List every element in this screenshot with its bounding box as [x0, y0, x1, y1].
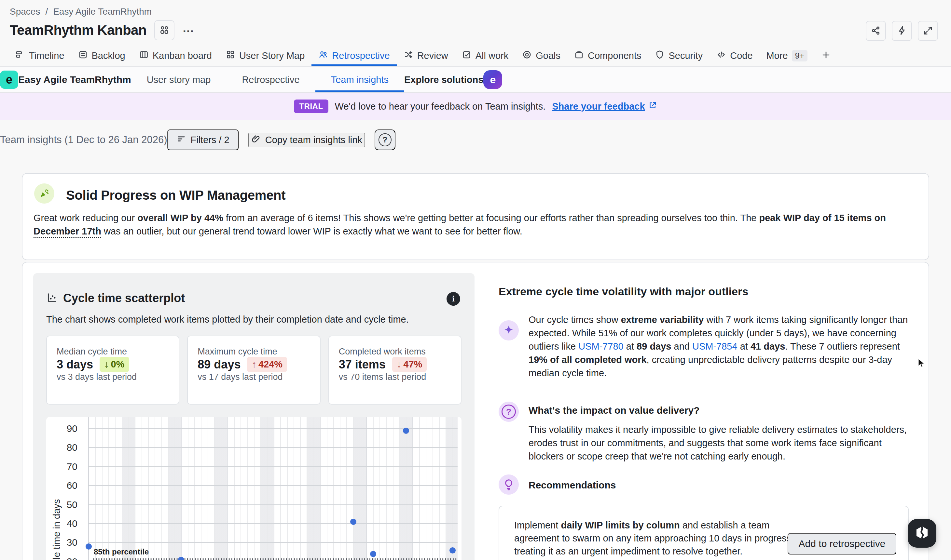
- copy-insights-link-label: Copy team insights link: [265, 135, 362, 145]
- cycle-time-insights-card: Cycle time scatterplot i The chart shows…: [22, 262, 929, 560]
- more-options-icon[interactable]: …: [182, 22, 195, 39]
- arrow-up-icon: ↑: [252, 359, 256, 370]
- breadcrumb-space-name[interactable]: Easy Agile TeamRhythm: [53, 6, 152, 17]
- tab-retrospective[interactable]: Retrospective: [312, 45, 397, 66]
- lightbulb-icon: [499, 474, 519, 495]
- gridline: [88, 466, 458, 467]
- nav-retrospective[interactable]: Retrospective: [226, 67, 315, 92]
- question-circle-icon: ?: [499, 402, 519, 422]
- gridline: [88, 523, 458, 524]
- assistant-fab[interactable]: [908, 519, 936, 548]
- metric-value: 37 items: [339, 358, 386, 371]
- fullscreen-button[interactable]: [918, 21, 938, 41]
- arrow-down-icon: ↓: [104, 359, 109, 370]
- metrics-row: Median cycle time 3 days ↓ 0% vs 3 days …: [46, 335, 462, 405]
- insights-title: Team insights (1 Dec to 26 Jan 2026): [0, 134, 167, 146]
- metric-delta: 47%: [403, 359, 422, 370]
- wip-card-paragraph: Great work reducing our overall WIP by 4…: [34, 211, 912, 238]
- scatterplot-header: Cycle time scatterplot: [46, 291, 185, 305]
- tab-label: Timeline: [29, 51, 65, 61]
- scatter-point[interactable]: [350, 519, 357, 525]
- scatterplot-panel: Cycle time scatterplot i The chart shows…: [33, 273, 474, 560]
- metric-label: Median cycle time: [57, 347, 169, 357]
- nav-user-story-map[interactable]: User story map: [131, 67, 227, 92]
- trial-badge: TRIAL: [294, 100, 328, 113]
- variability-paragraph: Our cycle times show extreme variability…: [528, 313, 909, 380]
- scatter-plot-area: 85th percentile: [88, 417, 458, 560]
- easy-agile-avatar[interactable]: e: [483, 70, 502, 89]
- automation-button[interactable]: [892, 21, 912, 41]
- explore-solutions-link[interactable]: Explore solutions: [404, 74, 483, 85]
- story-map-icon: [225, 50, 235, 62]
- metric-completed-work-items: Completed work items 37 items ↓ 47% vs 7…: [328, 335, 462, 405]
- question-icon: ?: [378, 133, 392, 146]
- scatterplot-title: Cycle time scatterplot: [63, 291, 185, 305]
- add-to-retrospective-button[interactable]: Add to retrospective: [787, 533, 896, 554]
- filters-button[interactable]: Filters / 2: [167, 129, 239, 150]
- tab-review[interactable]: Review: [397, 45, 455, 66]
- scatter-point[interactable]: [449, 547, 455, 554]
- page-header: Spaces / Easy Agile TeamRhythm TeamRhyth…: [0, 0, 951, 67]
- easy-agile-logo[interactable]: e: [0, 71, 18, 89]
- metric-delta-badge: ↓ 47%: [392, 357, 427, 372]
- insights-actions: Filters / 2 Copy team insights link ?: [167, 129, 395, 150]
- impact-heading: What's the impact on value delivery?: [528, 405, 700, 416]
- scatter-chart-icon: [46, 292, 57, 305]
- scatter-point[interactable]: [178, 557, 184, 560]
- gridline: [88, 485, 458, 486]
- insights-header: Team insights (1 Dec to 26 Jan 2026) Fil…: [0, 120, 951, 160]
- review-icon: [404, 50, 413, 62]
- add-tab-button[interactable]: [814, 45, 838, 66]
- help-button[interactable]: ?: [375, 129, 395, 150]
- app-nav: e Easy Agile TeamRhythm User story map R…: [0, 67, 951, 93]
- issue-link[interactable]: USM-7780: [578, 341, 624, 352]
- scatter-point[interactable]: [403, 428, 409, 434]
- share-feedback-link[interactable]: Share your feedback: [552, 101, 657, 112]
- issue-link[interactable]: USM-7854: [692, 341, 738, 352]
- tab-label: Kanban board: [153, 51, 212, 61]
- share-feedback-label: Share your feedback: [552, 101, 645, 112]
- tab-label: Backlog: [92, 51, 125, 61]
- filter-icon: [176, 134, 186, 146]
- gridline: [88, 505, 458, 505]
- tab-backlog[interactable]: Backlog: [71, 45, 132, 66]
- share-button[interactable]: [866, 21, 886, 41]
- scatterplot-description: The chart shows completed work items plo…: [46, 314, 409, 325]
- components-icon: [574, 50, 584, 62]
- tab-label: Goals: [536, 51, 560, 61]
- cycle-time-chart: Cycle time in days 9080706050403020 85th…: [46, 417, 462, 560]
- tab-label: User Story Map: [239, 51, 305, 61]
- tab-timeline[interactable]: Timeline: [8, 45, 71, 66]
- collaborators-button[interactable]: [154, 20, 174, 40]
- y-tick-label: 90: [67, 423, 77, 434]
- lightning-icon: [897, 25, 907, 37]
- nav-team-insights[interactable]: Team insights: [315, 67, 404, 92]
- tab-components[interactable]: Components: [567, 45, 648, 66]
- tab-kanban-board[interactable]: Kanban board: [132, 45, 219, 66]
- metric-label: Completed work items: [339, 347, 451, 357]
- gridline: [88, 428, 458, 429]
- external-link-icon: [648, 101, 657, 112]
- y-tick-label: 50: [67, 499, 77, 510]
- breadcrumb-spaces[interactable]: Spaces: [10, 6, 40, 17]
- tab-user-story-map[interactable]: User Story Map: [219, 45, 312, 66]
- info-icon[interactable]: i: [446, 292, 460, 306]
- copy-insights-link-button[interactable]: Copy team insights link: [249, 133, 365, 147]
- scatter-point[interactable]: [86, 543, 92, 549]
- gridline: [88, 447, 458, 448]
- expand-icon: [923, 25, 933, 37]
- tab-security[interactable]: Security: [648, 45, 710, 66]
- page: Spaces / Easy Agile TeamRhythm TeamRhyth…: [0, 0, 951, 560]
- tab-all-work[interactable]: All work: [455, 45, 516, 66]
- breadcrumb-separator: /: [45, 6, 48, 17]
- arrow-down-icon: ↓: [397, 359, 401, 370]
- tab-goals[interactable]: Goals: [515, 45, 567, 66]
- tab-more[interactable]: More 9+: [760, 45, 815, 66]
- tab-label: Security: [668, 51, 702, 61]
- tab-code[interactable]: Code: [710, 45, 759, 66]
- plus-icon: [821, 50, 831, 62]
- all-work-icon: [462, 50, 472, 62]
- gridline: [88, 542, 458, 543]
- scatter-point[interactable]: [370, 551, 376, 557]
- sparkle-icon: [499, 320, 519, 340]
